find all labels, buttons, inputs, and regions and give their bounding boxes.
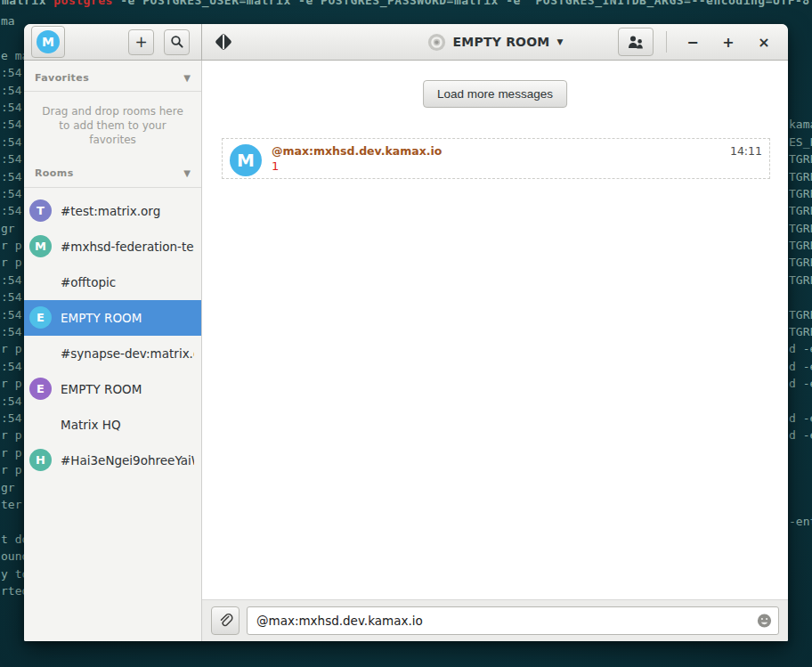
room-avatar: M bbox=[29, 235, 52, 257]
terminal-text-fragment: TGRE bbox=[789, 150, 812, 167]
terminal-text-fragment: TGRE bbox=[789, 323, 812, 340]
terminal-text-fragment: d -e bbox=[789, 358, 812, 375]
terminal-text-fragment: d -e bbox=[789, 340, 812, 357]
message-timestamp: 14:11 bbox=[730, 143, 762, 159]
terminal-text-fragment: d -e bbox=[789, 427, 812, 443]
window-minimize-button[interactable]: − bbox=[679, 28, 706, 55]
sidebar-room-item[interactable]: H#Hai3eNgei9ohreeYaiW6f... bbox=[24, 443, 201, 478]
app-window: M + EMPTY ROOM ▼ bbox=[24, 24, 788, 641]
terminal-right-fragments: kamaES_PTGRETGRETGRETGRETGRETGRETGRETGRE… bbox=[789, 12, 812, 531]
message-input[interactable] bbox=[247, 606, 779, 635]
search-icon bbox=[170, 35, 184, 49]
sidebar: Favorites ▼ Drag and drop rooms here to … bbox=[24, 61, 202, 641]
terminal-text-fragment bbox=[789, 99, 812, 116]
message-sender-name: @max:mxhsd.dev.kamax.io bbox=[272, 143, 720, 159]
terminal-text-fragment: d -e bbox=[789, 375, 812, 392]
terminal-text-fragment: TGRE bbox=[789, 254, 812, 271]
sidebar-room-item[interactable]: #synapse-dev:matrix.org bbox=[24, 336, 201, 371]
room-name: #Hai3eNgei9ohreeYaiW6f... bbox=[61, 453, 194, 468]
message-row: M @max:mxhsd.dev.kamax.io 1 14:11 bbox=[222, 138, 770, 179]
favorites-section-header[interactable]: Favorites ▼ bbox=[24, 66, 201, 89]
room-menu-caret-icon: ▼ bbox=[556, 37, 563, 46]
terminal-text-fragment: TGRE bbox=[789, 168, 812, 185]
terminal-text-fragment: kama bbox=[789, 116, 812, 133]
members-list-button[interactable] bbox=[618, 28, 654, 56]
terminal-text-fragment bbox=[789, 496, 812, 513]
favorites-drop-hint: Drag and drop rooms here to add them to … bbox=[24, 92, 201, 162]
sidebar-room-item[interactable]: M#mxhsd-federation-test:k... bbox=[24, 229, 201, 264]
rooms-section-header[interactable]: Rooms ▼ bbox=[24, 162, 201, 185]
chat-pane: Load more messages M @max:mxhsd.dev.kama… bbox=[202, 61, 788, 641]
terminal-text-fragment: d -e bbox=[789, 410, 812, 427]
message-entry-wrap bbox=[247, 606, 779, 635]
terminal-text-fragment bbox=[789, 64, 812, 81]
search-button[interactable] bbox=[164, 29, 190, 55]
message-content: @max:mxhsd.dev.kamax.io 1 bbox=[272, 143, 720, 175]
terminal-text-fragment: TGRE bbox=[789, 220, 812, 237]
room-avatar: E bbox=[29, 378, 52, 400]
sidebar-header: M + bbox=[24, 24, 202, 60]
room-avatar: T bbox=[29, 199, 52, 222]
favorites-collapse-icon: ▼ bbox=[183, 73, 191, 83]
emoji-picker-icon[interactable] bbox=[757, 614, 772, 629]
terminal-text-fragment: TGRE bbox=[789, 202, 812, 219]
room-name: #synapse-dev:matrix.org bbox=[61, 346, 194, 361]
terminal-text-fragment bbox=[789, 461, 812, 478]
room-name: Matrix HQ bbox=[61, 418, 121, 432]
terminal-text-fragment bbox=[789, 82, 812, 99]
composer-bar bbox=[202, 599, 788, 641]
favorites-label: Favorites bbox=[35, 72, 89, 84]
terminal-text-fragment bbox=[789, 479, 812, 496]
add-room-button[interactable]: + bbox=[128, 29, 154, 55]
terminal-text-fragment bbox=[789, 289, 812, 305]
sidebar-room-item[interactable]: #offtopic bbox=[24, 264, 201, 300]
room-name: #mxhsd-federation-test:k... bbox=[61, 240, 194, 254]
attach-file-button[interactable] bbox=[211, 606, 240, 635]
terminal-text-fragment bbox=[789, 12, 812, 29]
terminal-text-fragment bbox=[789, 393, 812, 410]
terminal-text-fragment: TGRE bbox=[789, 272, 812, 289]
load-more-messages-button[interactable]: Load more messages bbox=[423, 80, 567, 108]
rooms-collapse-icon: ▼ bbox=[183, 168, 191, 178]
terminal-top-line: matrix postgres -e POSTGRES_USER=matrix … bbox=[2, 0, 812, 7]
room-title: EMPTY ROOM bbox=[453, 35, 550, 49]
room-list: T#test:matrix.orgM#mxhsd-federation-test… bbox=[24, 193, 201, 478]
terminal-text-fragment: TGRE bbox=[789, 306, 812, 323]
rooms-label: Rooms bbox=[35, 167, 74, 179]
room-name: #offtopic bbox=[61, 275, 116, 289]
room-avatar: H bbox=[29, 449, 52, 471]
room-name: EMPTY ROOM bbox=[61, 382, 142, 396]
terminal-text-fragment bbox=[789, 444, 812, 461]
divider bbox=[24, 187, 201, 188]
user-avatar: M bbox=[37, 30, 60, 53]
app-logo-icon[interactable] bbox=[215, 33, 232, 51]
window-maximize-button[interactable]: + bbox=[715, 28, 742, 55]
message-sender-avatar: M bbox=[230, 144, 262, 176]
sidebar-room-item[interactable]: Matrix HQ bbox=[24, 407, 201, 443]
terminal-text-fragment bbox=[789, 29, 812, 46]
room-avatar-placeholder-icon bbox=[427, 33, 446, 52]
terminal-text-fragment: TGRE bbox=[789, 185, 812, 202]
room-header: EMPTY ROOM ▼ − + × bbox=[202, 24, 788, 60]
people-icon bbox=[627, 36, 645, 49]
sidebar-room-item[interactable]: T#test:matrix.org bbox=[24, 193, 201, 229]
paperclip-icon bbox=[218, 614, 233, 629]
terminal-text-fragment: -ent bbox=[789, 513, 812, 530]
message-body: 1 bbox=[272, 159, 720, 175]
header-bar: M + EMPTY ROOM ▼ bbox=[24, 24, 788, 61]
window-close-button[interactable]: × bbox=[751, 28, 777, 55]
header-separator bbox=[666, 31, 667, 53]
room-avatar: E bbox=[29, 306, 52, 329]
user-account-button[interactable]: M bbox=[31, 26, 65, 58]
room-name: #test:matrix.org bbox=[61, 204, 160, 218]
room-name: EMPTY ROOM bbox=[61, 311, 142, 325]
sidebar-room-item[interactable]: EEMPTY ROOM bbox=[24, 300, 201, 336]
header-tools: − + × bbox=[618, 28, 777, 56]
sidebar-room-item[interactable]: EEMPTY ROOM bbox=[24, 371, 201, 407]
message-history: Load more messages M @max:mxhsd.dev.kama… bbox=[202, 61, 788, 599]
terminal-text-fragment: TGRE bbox=[789, 237, 812, 254]
terminal-text-fragment bbox=[789, 47, 812, 64]
terminal-text-fragment: ES_P bbox=[789, 134, 812, 150]
